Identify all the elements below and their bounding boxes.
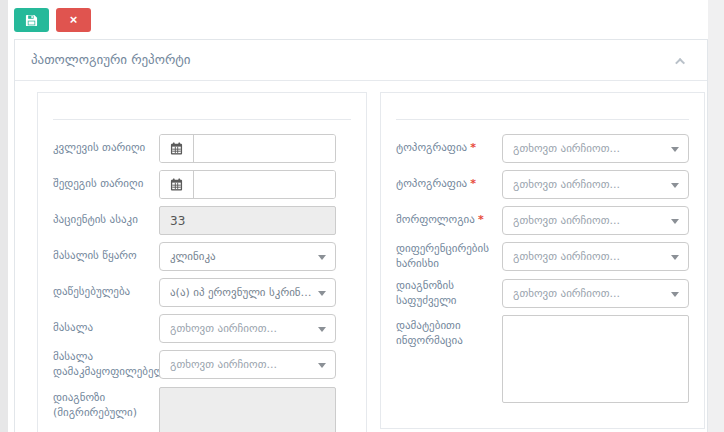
field-patient-age: პაციენტის ასაკი	[53, 206, 351, 235]
field-label: დაწესებულება	[53, 285, 159, 300]
caret-down-icon	[318, 327, 326, 332]
field-label: დიაგნოზის საფუძველი	[396, 279, 502, 309]
field-material-source: მასალის წყარო კლინიკა	[53, 242, 351, 271]
select-placeholder: გთხოვთ აირჩიოთ...	[513, 287, 620, 300]
field-study-date: კვლევის თარიღი	[53, 134, 351, 163]
caret-down-icon	[671, 219, 679, 224]
chevron-up-icon	[675, 58, 685, 68]
floppy-disk-icon	[25, 14, 38, 27]
left-form-section: კვლევის თარიღი	[37, 92, 367, 432]
select-placeholder: გთხოვთ აირჩიოთ...	[513, 250, 620, 263]
required-asterisk: *	[478, 213, 484, 226]
content-area: × პათოლოგიური რეპორტი კვლევის თარიღი	[8, 0, 708, 432]
field-label: მასალის წყარო	[53, 249, 159, 264]
result-date-input[interactable]	[194, 171, 335, 198]
field-label: კვლევის თარიღი	[53, 141, 159, 156]
toolbar: ×	[8, 0, 708, 39]
topography-select-2[interactable]: გთხოვთ აირჩიოთ...	[502, 170, 689, 199]
material-select[interactable]: გთხოვთ აირჩიოთ...	[159, 314, 336, 343]
field-label: დიფერენცირების ხარისხი	[396, 242, 502, 272]
caret-down-icon	[318, 291, 326, 296]
field-label: ტოპოგრაფია*	[396, 177, 502, 192]
required-asterisk: *	[470, 141, 476, 154]
section-divider	[396, 103, 689, 120]
study-date-input[interactable]	[194, 135, 335, 162]
field-label: პაციენტის ასაკი	[53, 213, 159, 228]
caret-down-icon	[671, 183, 679, 188]
right-form-section: ტოპოგრაფია* გთხოვთ აირჩიოთ... ტოპოგრაფია…	[380, 92, 705, 429]
select-placeholder: გთხოვთ აირჩიოთ...	[170, 358, 277, 371]
field-differentiation-grade: დიფერენცირების ხარისხი გთხოვთ აირჩიოთ...	[396, 242, 689, 272]
field-label: ტოპოგრაფია*	[396, 141, 502, 156]
morphology-select[interactable]: გთხოვთ აირჩიოთ...	[502, 206, 689, 235]
select-placeholder: გთხოვთ აირჩიოთ...	[513, 214, 620, 227]
field-label: მორფოლოგია*	[396, 213, 502, 228]
caret-down-icon	[671, 255, 679, 260]
field-label: მასალა	[53, 321, 159, 336]
field-label: დიაგნოზი (მიგრირებული)	[53, 387, 159, 421]
required-asterisk: *	[470, 177, 476, 190]
diagnosis-migrated-textarea	[159, 387, 336, 432]
calendar-icon	[160, 135, 194, 162]
caret-down-icon	[671, 292, 679, 297]
material-source-select[interactable]: კლინიკა	[159, 242, 336, 271]
differentiation-grade-select[interactable]: გთხოვთ აირჩიოთ...	[502, 242, 689, 271]
select-placeholder: გთხოვთ აირჩიოთ...	[170, 322, 277, 335]
calendar-icon	[160, 171, 194, 198]
patient-age-input	[159, 206, 336, 235]
field-diagnosis-basis: დიაგნოზის საფუძველი გთხოვთ აირჩიოთ...	[396, 279, 689, 309]
field-topography-1: ტოპოგრაფია* გთხოვთ აირჩიოთ...	[396, 134, 689, 163]
select-placeholder: გთხოვთ აირჩიოთ...	[513, 142, 620, 155]
field-topography-2: ტოპოგრაფია* გთხოვთ აირჩიოთ...	[396, 170, 689, 199]
caret-down-icon	[671, 147, 679, 152]
field-label: მასალა დამაკმაყოფილებელია	[53, 350, 159, 380]
field-label: შედეგის თარიღი	[53, 177, 159, 192]
panel-pathology-report: პათოლოგიური რეპორტი კვლევის თარიღი	[14, 39, 708, 432]
section-divider	[53, 103, 351, 120]
field-additional-info: დამატებითი ინფორმაცია	[396, 315, 689, 407]
panel-header: პათოლოგიური რეპორტი	[15, 40, 707, 81]
field-institution: დაწესებულება ა(ა) იპ ეროვნული სკრინინგ ც…	[53, 278, 351, 307]
field-diagnosis-migrated: დიაგნოზი (მიგრირებული)	[53, 387, 351, 432]
field-morphology: მორფოლოგია* გთხოვთ აირჩიოთ...	[396, 206, 689, 235]
institution-select[interactable]: ა(ა) იპ ეროვნული სკრინინგ ცენტრ...	[159, 278, 336, 307]
additional-info-textarea[interactable]	[502, 315, 689, 403]
topography-select-1[interactable]: გთხოვთ აირჩიოთ...	[502, 134, 689, 163]
caret-down-icon	[318, 255, 326, 260]
close-icon: ×	[70, 13, 78, 26]
panel-title: პათოლოგიური რეპორტი	[31, 52, 191, 67]
select-value: ა(ა) იპ ეროვნული სკრინინგ ცენტრ...	[170, 286, 313, 299]
select-placeholder: გთხოვთ აირჩიოთ...	[513, 178, 620, 191]
field-material: მასალა გთხოვთ აირჩიოთ...	[53, 314, 351, 343]
close-button[interactable]: ×	[56, 8, 91, 32]
left-rail	[0, 0, 8, 432]
save-button[interactable]	[14, 8, 49, 32]
collapse-button[interactable]	[672, 48, 691, 71]
field-result-date: შედეგის თარიღი	[53, 170, 351, 199]
field-material-satisfactory: მასალა დამაკმაყოფილებელია გთხოვთ აირჩიოთ…	[53, 350, 351, 380]
diagnosis-basis-select[interactable]: გთხოვთ აირჩიოთ...	[502, 279, 689, 308]
select-value: კლინიკა	[170, 250, 216, 263]
caret-down-icon	[318, 363, 326, 368]
panel-body: კვლევის თარიღი	[15, 81, 707, 432]
material-satisfactory-select[interactable]: გთხოვთ აირჩიოთ...	[159, 350, 336, 379]
field-label: დამატებითი ინფორმაცია	[396, 315, 502, 349]
